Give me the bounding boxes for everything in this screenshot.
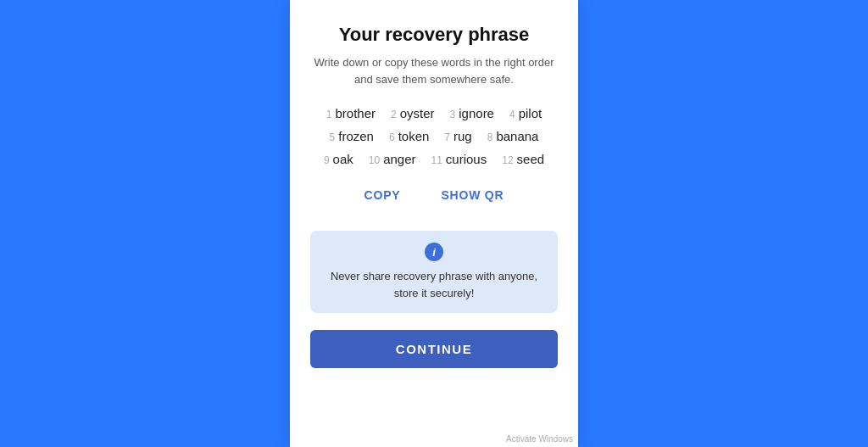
word-text-1: brother: [336, 106, 376, 120]
words-row-1: 1 brother 2 oyster 3 ignore 4 pilot: [310, 106, 558, 120]
words-row-3: 9 oak 10 anger 11 curious 12 seed: [310, 152, 558, 166]
word-text-11: curious: [446, 152, 487, 166]
background-left: [0, 0, 290, 447]
word-num-2: 2: [391, 109, 397, 120]
continue-button[interactable]: CONTINUE: [310, 330, 558, 368]
panel-title: Your recovery phrase: [339, 24, 530, 46]
word-text-12: seed: [517, 152, 545, 166]
info-text: Never share recovery phrase with anyone,…: [326, 268, 542, 301]
word-text-4: pilot: [519, 106, 542, 120]
info-icon: i: [425, 243, 443, 261]
actions-row: COPY SHOW QR: [358, 185, 511, 205]
word-num-5: 5: [330, 131, 336, 143]
word-num-6: 6: [389, 131, 395, 143]
word-text-2: oyster: [400, 106, 435, 120]
word-num-7: 7: [444, 131, 450, 143]
word-num-10: 10: [369, 154, 380, 166]
word-item-8: 8 banana: [487, 129, 539, 143]
word-item-9: 9 oak: [324, 152, 353, 166]
word-item-6: 6 token: [389, 129, 429, 143]
copy-button[interactable]: COPY: [358, 185, 408, 205]
word-text-3: ignore: [459, 106, 494, 120]
word-item-1: 1 brother: [326, 106, 376, 120]
word-text-6: token: [398, 129, 430, 143]
words-container: 1 brother 2 oyster 3 ignore 4 pilot 5 fr…: [310, 106, 558, 166]
word-item-12: 12 seed: [502, 152, 544, 166]
words-row-2: 5 frozen 6 token 7 rug 8 banana: [310, 129, 558, 143]
show-qr-button[interactable]: SHOW QR: [434, 185, 510, 205]
panel-subtitle: Write down or copy these words in the ri…: [310, 54, 558, 87]
word-text-8: banana: [496, 129, 538, 143]
word-item-7: 7 rug: [444, 129, 471, 143]
info-box: i Never share recovery phrase with anyon…: [310, 231, 558, 313]
word-num-9: 9: [324, 154, 330, 166]
word-text-10: anger: [383, 152, 415, 166]
center-panel: Your recovery phrase Write down or copy …: [290, 0, 578, 447]
word-text-9: oak: [333, 152, 353, 166]
word-num-8: 8: [487, 131, 493, 143]
word-item-2: 2 oyster: [391, 106, 435, 120]
watermark: Activate Windows: [506, 434, 573, 444]
word-item-5: 5 frozen: [330, 129, 374, 143]
word-item-10: 10 anger: [369, 152, 416, 166]
word-num-11: 11: [431, 154, 442, 166]
word-text-7: rug: [453, 129, 472, 143]
background-right: [578, 0, 868, 447]
word-text-5: frozen: [338, 129, 374, 143]
word-item-11: 11 curious: [431, 152, 487, 166]
word-num-4: 4: [509, 109, 515, 120]
word-item-4: 4 pilot: [509, 106, 542, 120]
word-num-3: 3: [450, 109, 456, 120]
word-item-3: 3 ignore: [450, 106, 494, 120]
word-num-1: 1: [326, 109, 332, 120]
word-num-12: 12: [502, 154, 513, 166]
